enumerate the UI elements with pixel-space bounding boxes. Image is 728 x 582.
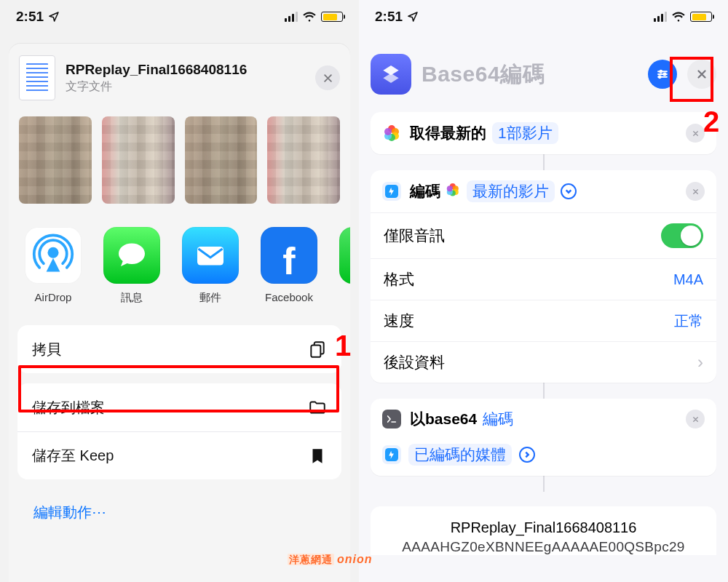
expand-options-button[interactable] — [561, 183, 577, 199]
option-audio-only: 僅限音訊 — [371, 212, 716, 258]
remove-action-button[interactable] — [686, 182, 705, 201]
edit-actions-link[interactable]: 編輯動作⋯ — [17, 490, 341, 535]
option-metadata[interactable]: 後設資料 › — [371, 341, 716, 383]
status-bar: 2:51 — [359, 0, 728, 33]
copy-icon — [308, 340, 327, 359]
battery-icon — [690, 12, 712, 22]
watermark: 洋蔥網通onion — [288, 553, 373, 567]
param-encode-mode[interactable]: 編碼 — [483, 409, 513, 429]
shared-file-type: 文字文件 — [66, 79, 305, 95]
shortcut-header: Base64編碼 — [359, 33, 728, 108]
remove-action-button[interactable] — [686, 410, 705, 428]
action-get-latest-video: 取得最新的 1部影片 — [371, 112, 716, 154]
status-time: 2:51 — [375, 9, 403, 25]
shortcut-settings-button[interactable] — [648, 60, 677, 89]
airdrop-icon — [25, 227, 82, 284]
share-target-mail[interactable]: 郵件 — [182, 227, 239, 305]
folder-icon — [308, 398, 327, 417]
facebook-icon: f — [261, 227, 317, 284]
shared-file-header: RPReplay_Final1668408116 文字文件 — [9, 44, 350, 113]
cellular-signal-icon — [654, 12, 667, 22]
shortcut-title[interactable]: Base64編碼 — [422, 60, 638, 89]
share-target-messages[interactable]: 訊息 — [103, 227, 160, 305]
save-to-files-action[interactable]: 儲存到檔案 — [17, 383, 341, 431]
share-apps-row: AirDrop 訊息 郵件 f Facebook — [9, 211, 350, 312]
chevron-right-icon: › — [697, 352, 703, 372]
suggested-contact[interactable] — [19, 116, 92, 204]
annotation-number: 2 — [703, 105, 719, 138]
svg-rect-3 — [311, 346, 320, 357]
more-actions-card: 儲存到檔案 儲存至 Keep — [17, 383, 341, 479]
option-format[interactable]: 格式 M4A — [371, 258, 716, 300]
script-action-icon — [382, 410, 401, 428]
location-services-icon — [407, 11, 419, 23]
photos-app-icon — [446, 184, 461, 199]
action-base64-encode: 以base64 編碼 已編碼的媒體 — [371, 399, 716, 476]
expand-options-button[interactable] — [519, 447, 535, 463]
result-encoded-text: AAAAHGZ0eXBNNEEgAAAAAE00QSBpc29 — [385, 539, 702, 555]
share-target-airdrop[interactable]: AirDrop — [25, 227, 82, 305]
copy-action[interactable]: 拷貝 — [17, 325, 341, 373]
flow-connector — [543, 476, 545, 492]
svg-point-0 — [48, 247, 59, 258]
option-speed[interactable]: 速度 正常 — [371, 300, 716, 341]
suggested-contact[interactable] — [102, 116, 175, 204]
quick-action-icon — [382, 445, 401, 464]
wifi-icon — [671, 12, 686, 22]
app-icon — [339, 227, 350, 284]
result-file-name: RPReplay_Final1668408116 — [385, 519, 702, 536]
status-time: 2:51 — [16, 9, 44, 25]
svg-point-4 — [660, 71, 662, 73]
svg-point-6 — [659, 76, 661, 78]
location-services-icon — [48, 11, 60, 23]
suggested-contacts-row — [9, 113, 350, 211]
param-latest-video[interactable]: 最新的影片 — [467, 180, 555, 202]
text-document-icon — [19, 55, 55, 100]
annotation-number: 1 — [335, 330, 351, 362]
mail-icon — [182, 227, 239, 284]
quick-action-icon — [382, 182, 401, 201]
svg-point-5 — [664, 73, 666, 76]
status-bar: 2:51 — [0, 0, 359, 33]
suggested-contact[interactable] — [185, 116, 258, 204]
shortcuts-app-icon — [371, 54, 411, 95]
result-preview-card: RPReplay_Final1668408116 AAAAHGZ0eXBNNEE… — [371, 506, 716, 555]
copy-action-card: 拷貝 — [17, 325, 341, 373]
shared-file-name: RPReplay_Final1668408116 — [66, 62, 305, 78]
suggested-contact[interactable] — [267, 116, 340, 204]
share-sheet-pane: 2:51 RPReplay_Final1668408116 文字文件 — [0, 0, 359, 582]
bookmark-icon — [308, 447, 327, 466]
wifi-icon — [302, 12, 317, 22]
remove-action-button[interactable] — [686, 124, 705, 143]
close-share-sheet-button[interactable] — [315, 65, 340, 90]
param-encoded-media[interactable]: 已編碼的媒體 — [408, 444, 512, 466]
save-to-keep-action[interactable]: 儲存至 Keep — [17, 431, 341, 479]
share-target-facebook[interactable]: f Facebook — [261, 227, 317, 305]
shortcuts-editor-pane: 2:51 Base64編碼 — [359, 0, 728, 582]
audio-only-toggle[interactable] — [661, 223, 703, 248]
cellular-signal-icon — [285, 12, 298, 22]
share-target-more[interactable] — [339, 227, 350, 305]
flow-connector — [543, 154, 545, 170]
share-sheet: RPReplay_Final1668408116 文字文件 — [9, 44, 350, 582]
messages-icon — [103, 227, 160, 284]
action-encode-media: 編碼 最新的影片 僅限音訊 格 — [371, 170, 716, 383]
photos-app-icon — [382, 124, 401, 143]
battery-icon — [321, 12, 343, 22]
param-count-videos[interactable]: 1部影片 — [492, 122, 558, 144]
flow-connector — [543, 383, 545, 399]
close-shortcut-button[interactable] — [687, 60, 716, 89]
